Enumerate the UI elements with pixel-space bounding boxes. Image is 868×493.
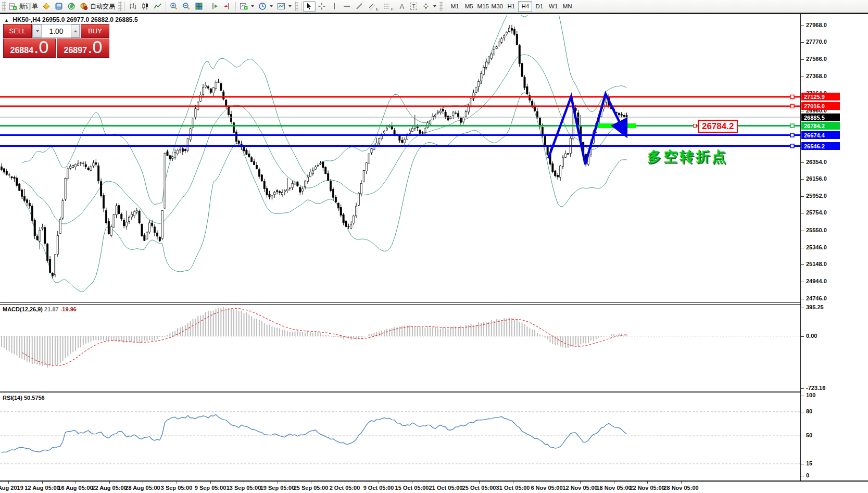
macd-canvas [0,305,800,391]
rsi-axis-label: 80 [806,408,812,414]
line-handle[interactable] [790,124,794,128]
tab-w1[interactable]: W1 [546,1,560,12]
line-handle[interactable] [790,95,794,99]
data-window-button[interactable] [53,1,65,12]
buy-button[interactable]: BUY [81,24,109,38]
chinese-annotation[interactable]: 多空转折点 [647,147,728,166]
volume-down-button[interactable] [33,24,42,37]
trendline-tool-button[interactable] [353,1,366,12]
date-axis-tick [479,482,480,484]
price-axis-label: 25952.0 [806,193,827,199]
tab-m30[interactable]: M30 [490,1,504,12]
rsi-axis-label: 50 [806,432,812,438]
tab-h4[interactable]: H4 [518,1,532,12]
line-handle[interactable] [790,133,794,137]
line-chart-button[interactable] [152,1,164,12]
line-handle[interactable] [790,144,794,148]
date-axis-label: 31 Oct 05:00 [496,485,530,491]
price-axis-tick [801,162,804,163]
date-axis-label: 19 Sep 05:00 [260,485,295,491]
price-axis-label: 26156.0 [806,175,827,182]
tab-m5[interactable]: M5 [462,1,476,12]
buy-price-button[interactable]: 26897.0 [57,39,109,58]
macd-pane[interactable]: MACD(12,26,9) 21.87 -19.96 [0,305,800,391]
indicators-dropdown[interactable] [237,1,256,12]
price-axis-tick [801,213,804,213]
new-order-button[interactable]: 新订单 [7,1,40,12]
date-axis-label: 22 Aug 05:00 [92,485,127,491]
date-axis-label: 12 Aug 05:00 [24,485,59,491]
date-axis-label: 22 Nov 05:00 [630,485,664,491]
sell-button[interactable]: SELL [3,24,32,38]
price-axis-tick [801,111,804,111]
template-icon [277,2,285,10]
toolbar-grip [2,2,6,11]
date-axis-label: 15 Oct 05:00 [395,485,429,491]
line-handle[interactable] [790,104,794,108]
dropdown-caret-icon [251,5,254,7]
callout-anchor-handle[interactable] [693,124,697,128]
rsi-pane[interactable]: RSI(14) 50.5756 [0,393,800,481]
volume-value[interactable]: 1.00 [42,24,71,37]
price-level-tag: 26546.2 [801,142,840,150]
history-center-button[interactable] [40,1,53,12]
date-axis-label: 25 Oct 05:00 [462,485,496,491]
date-axis[interactable]: 6 Aug 201912 Aug 05:0016 Aug 05:0022 Aug… [0,482,868,493]
tab-mn[interactable]: MN [560,1,574,12]
date-axis-label: 9 Oct 05:00 [363,485,394,491]
horizontal-line-tool-button[interactable] [341,1,353,12]
date-axis-label: 16 Aug 05:00 [58,485,93,491]
price-callout-label[interactable]: 26784.2 [698,120,738,133]
arrows-dropdown[interactable] [420,1,438,12]
cursor-tool-button[interactable] [303,1,316,12]
candlestick-chart-button[interactable] [139,1,152,12]
symbol-period: HK50-,H4 [12,16,40,23]
zigzag-arrow-annotation[interactable] [548,94,625,164]
date-axis-tick [647,482,648,484]
ohlc-close: 26885.5 [115,16,137,23]
date-axis-tick [311,482,311,484]
price-axis-label: 27770.0 [806,39,827,45]
text-tool-button[interactable]: A [396,1,408,12]
navigator-icon [67,2,76,10]
crosshair-tool-button[interactable] [316,1,328,12]
text-label-tool-button[interactable]: T [408,1,420,12]
date-axis-label: 3 Sep 05:00 [161,485,193,491]
tile-windows-button[interactable] [193,1,205,12]
autotrading-button[interactable]: 自动交易 [78,1,117,12]
templates-dropdown[interactable] [275,1,294,12]
support-highlight-bar[interactable] [596,123,636,128]
bar-chart-button[interactable] [127,1,139,12]
ohlc-low: 26882.0 [91,16,113,23]
channel-tool-button[interactable]: E [366,1,381,12]
tab-m1[interactable]: M1 [448,1,462,12]
volume-up-button[interactable] [71,24,80,37]
date-axis-tick [412,482,412,484]
periods-dropdown[interactable] [256,1,275,12]
navigator-button[interactable] [65,1,78,12]
volume-spinner[interactable]: 1.00 [32,24,80,38]
price-axis-tick [801,59,804,60]
line-chart-icon [154,2,162,10]
tab-d1[interactable]: D1 [532,1,546,12]
macd-histogram [2,307,627,368]
toolbar-grip [118,2,122,11]
zoom-in-button[interactable] [168,1,180,12]
tab-m15[interactable]: M15 [476,1,490,12]
collapse-panel-icon[interactable]: ▲ [4,18,9,23]
toolbar-separator [166,2,166,11]
vertical-line-icon [330,2,338,10]
price-axis[interactable]: 27968.027770.027566.027368.027164.026960… [800,14,868,481]
chart-shift-button[interactable] [221,1,234,12]
date-axis-tick [42,482,43,484]
date-axis-tick [244,482,244,484]
vertical-line-tool-button[interactable] [328,1,341,12]
toolbar-separator [301,2,301,11]
zoom-out-button[interactable] [180,1,193,12]
autoscroll-button[interactable] [209,1,221,12]
date-axis-label: 2 Oct 05:00 [330,485,360,491]
tab-h1[interactable]: H1 [504,1,518,12]
sell-price-button[interactable]: 26884.0 [3,39,56,58]
fibonacci-tool-button[interactable]: F [381,1,396,12]
macd-axis-tick [801,308,804,308]
